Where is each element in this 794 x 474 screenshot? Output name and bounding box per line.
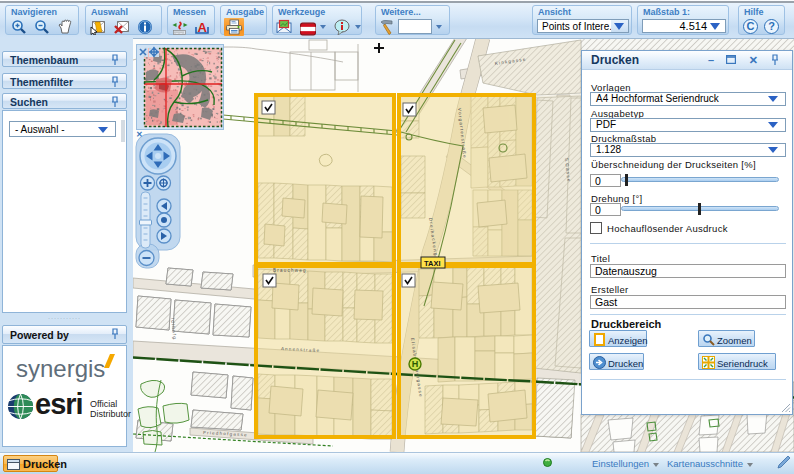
svg-text:H: H [412, 359, 419, 369]
svg-text:✕: ✕ [136, 130, 143, 139]
svg-text:A: A [198, 20, 208, 35]
svg-text:TAXI: TAXI [424, 259, 441, 268]
svg-text:B r a u c h w e g: B r a u c h w e g [273, 268, 306, 273]
